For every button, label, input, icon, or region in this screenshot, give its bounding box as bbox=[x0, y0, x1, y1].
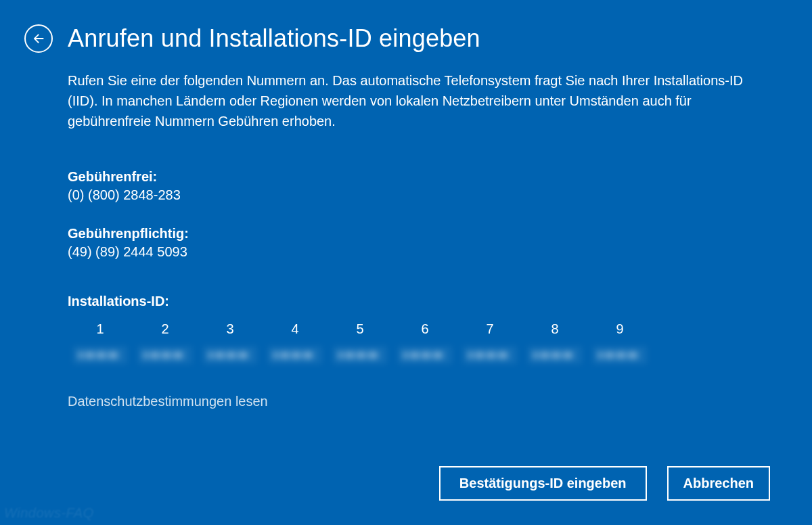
back-button[interactable] bbox=[24, 24, 53, 53]
install-id-col: 3 bbox=[198, 321, 263, 364]
toll-free-number: (0) (800) 2848-283 bbox=[68, 187, 744, 203]
install-id-col: 8 bbox=[522, 321, 587, 364]
install-id-col-num: 5 bbox=[356, 321, 363, 337]
install-id-value-blurred bbox=[398, 346, 452, 364]
toll-label: Gebührenpflichtig: bbox=[68, 226, 744, 242]
install-id-col-num: 6 bbox=[421, 321, 428, 337]
install-id-value-blurred bbox=[138, 346, 192, 364]
page-title: Anrufen und Installations-ID eingeben bbox=[68, 24, 480, 53]
installation-id-label: Installations-ID: bbox=[68, 294, 744, 309]
privacy-link[interactable]: Datenschutzbestimmungen lesen bbox=[68, 394, 268, 409]
install-id-col: 7 bbox=[457, 321, 522, 364]
cancel-button[interactable]: Abbrechen bbox=[667, 466, 770, 501]
install-id-value-blurred bbox=[268, 346, 322, 364]
installation-id-grid: 1 2 3 4 5 6 7 8 bbox=[68, 321, 744, 364]
instructions-text: Rufen Sie eine der folgenden Nummern an.… bbox=[68, 70, 744, 131]
install-id-value-blurred bbox=[593, 346, 647, 364]
confirm-id-button[interactable]: Bestätigungs-ID eingeben bbox=[439, 466, 647, 501]
toll-number: (49) (89) 2444 5093 bbox=[68, 244, 744, 260]
install-id-col-num: 4 bbox=[291, 321, 298, 337]
install-id-col: 1 bbox=[68, 321, 133, 364]
install-id-col: 6 bbox=[392, 321, 457, 364]
install-id-value-blurred bbox=[333, 346, 387, 364]
install-id-col-num: 9 bbox=[616, 321, 623, 337]
install-id-col-num: 3 bbox=[226, 321, 233, 337]
install-id-col: 4 bbox=[263, 321, 328, 364]
install-id-col-num: 8 bbox=[551, 321, 558, 337]
install-id-col: 9 bbox=[587, 321, 652, 364]
install-id-col-num: 1 bbox=[96, 321, 104, 337]
install-id-col-num: 7 bbox=[486, 321, 493, 337]
install-id-col-num: 2 bbox=[161, 321, 168, 337]
install-id-col: 5 bbox=[328, 321, 392, 364]
toll-free-label: Gebührenfrei: bbox=[68, 169, 744, 185]
install-id-value-blurred bbox=[528, 346, 582, 364]
arrow-left-icon bbox=[31, 31, 46, 46]
install-id-value-blurred bbox=[73, 346, 127, 364]
install-id-col: 2 bbox=[133, 321, 198, 364]
install-id-value-blurred bbox=[463, 346, 517, 364]
watermark-text: Windows-FAQ bbox=[4, 505, 94, 521]
install-id-value-blurred bbox=[203, 346, 257, 364]
